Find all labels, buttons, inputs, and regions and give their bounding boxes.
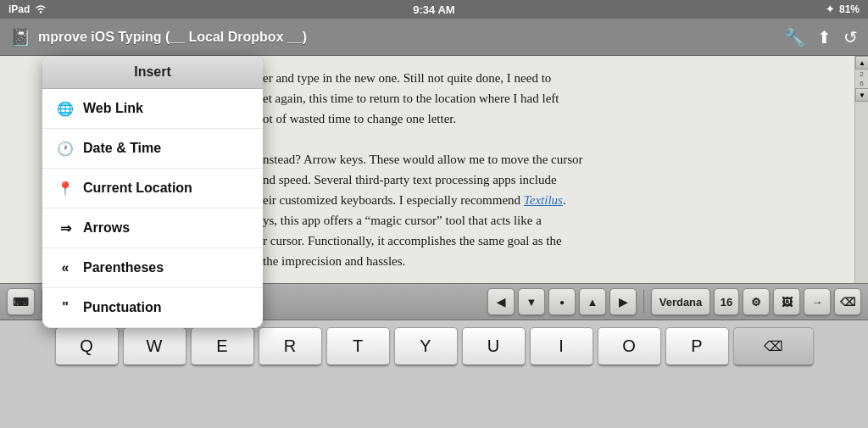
text-line7: eir customized keyboards. I especially r… (263, 190, 837, 210)
insert-dropdown: Insert 🌐 Web Link 🕐 Date & Time 📍 Curren… (42, 56, 263, 328)
cursor-controls: ◀ ▼ ● ▲ ▶ (487, 288, 637, 315)
image-icon: 🖼 (782, 296, 793, 308)
text-line9: r cursor. Functionally, it accomplishes … (263, 231, 837, 251)
text-line1: er and type in the new one. Still not qu… (263, 68, 837, 88)
svg-point-0 (40, 11, 42, 13)
location-label: Current Location (83, 181, 192, 196)
status-bar: iPad 9:34 AM ✦ 81% (0, 0, 868, 19)
keyboard: Q W E R T Y U I O P ⌫ (0, 320, 868, 428)
notebook-icon: 📓 (10, 27, 31, 47)
key-p[interactable]: P (665, 327, 729, 366)
key-delete[interactable]: ⌫ (733, 327, 814, 366)
insert-parentheses[interactable]: « Parentheses (42, 248, 263, 288)
keyboard-button[interactable]: ⌨ (7, 288, 35, 315)
keyboard-icon: ⌨ (13, 296, 29, 308)
scrollbar[interactable]: ▲ 2 6 ▼ (854, 56, 868, 283)
delete-button[interactable]: ⌫ (834, 288, 861, 315)
keyboard-row1: Q W E R T Y U I O P ⌫ (5, 327, 863, 366)
insert-menu-title: Insert (42, 56, 263, 89)
ipad-label: iPad (8, 3, 30, 15)
key-e[interactable]: E (191, 327, 254, 366)
arrows-icon: ⇒ (56, 219, 75, 237)
toolbar-sep2 (643, 290, 644, 314)
key-o[interactable]: O (598, 327, 661, 366)
arrows-label: Arrows (83, 220, 130, 236)
wifi-icon (34, 3, 47, 16)
key-w[interactable]: W (123, 327, 186, 366)
parentheses-label: Parentheses (83, 260, 164, 275)
document-title: mprove iOS Typing (__ Local Dropbox __) (38, 30, 307, 45)
center-dot-button[interactable]: ● (548, 288, 576, 315)
insert-location[interactable]: 📍 Current Location (42, 169, 263, 208)
key-i[interactable]: I (530, 327, 593, 366)
scroll-up-button[interactable]: ▲ (855, 56, 868, 69)
arrow-up-button[interactable]: ▲ (579, 288, 606, 315)
weblink-label: Web Link (83, 101, 143, 116)
text-line10: the imprecision and hassles. (263, 251, 837, 271)
title-bar: 📓 mprove iOS Typing (__ Local Dropbox __… (0, 19, 868, 56)
insert-arrow-button[interactable]: → (804, 288, 831, 315)
scroll-num2: 6 (855, 79, 868, 88)
punctuation-icon: " (56, 298, 75, 317)
font-name-button[interactable]: Verdana (651, 288, 710, 315)
parentheses-icon: « (56, 258, 75, 277)
status-left: iPad (8, 3, 47, 16)
datetime-label: Date & Time (83, 141, 161, 156)
document-text: er and type in the new one. Still not qu… (263, 68, 837, 271)
share-icon[interactable]: ⬆ (817, 27, 832, 47)
text-line6: nd speed. Several third-party text proce… (263, 170, 837, 190)
arrow-down-button[interactable]: ▼ (518, 288, 545, 315)
punctuation-label: Punctuation (83, 300, 161, 315)
battery-label: 81% (839, 3, 860, 15)
key-r[interactable]: R (259, 327, 322, 366)
title-bar-left: 📓 mprove iOS Typing (__ Local Dropbox __… (10, 27, 307, 47)
font-settings-button[interactable]: ⚙ (743, 288, 770, 315)
insert-arrows[interactable]: ⇒ Arrows (42, 208, 263, 248)
title-bar-right: 🔧 ⬆ ↺ (784, 27, 858, 47)
scroll-num1: 2 (855, 69, 868, 79)
insert-weblink[interactable]: 🌐 Web Link (42, 89, 263, 129)
status-time: 9:34 AM (413, 3, 454, 16)
key-q[interactable]: Q (55, 327, 119, 366)
text-line2: et again, this time to return to the loc… (263, 88, 837, 108)
textilus-link[interactable]: Textilus (524, 193, 563, 207)
weblink-icon: 🌐 (56, 99, 75, 118)
arrow-left-button[interactable]: ◀ (487, 288, 515, 315)
arrow-right-button[interactable]: ▶ (609, 288, 637, 315)
text-line5: nstead? Arrow keys. These would allow me… (263, 149, 837, 170)
key-u[interactable]: U (462, 327, 526, 366)
scroll-down-button[interactable]: ▼ (855, 88, 868, 102)
settings-icon[interactable]: 🔧 (784, 27, 805, 47)
key-t[interactable]: T (326, 327, 390, 366)
refresh-icon[interactable]: ↺ (843, 27, 858, 47)
bluetooth-icon: ✦ (826, 3, 834, 15)
datetime-icon: 🕐 (56, 139, 75, 158)
location-icon: 📍 (56, 179, 75, 197)
text-line8: ys, this app offers a “magic cursor” too… (263, 210, 837, 231)
insert-punctuation[interactable]: " Punctuation (42, 288, 263, 328)
status-right: ✦ 81% (826, 3, 860, 15)
insert-datetime[interactable]: 🕐 Date & Time (42, 129, 263, 169)
text-line3: ot of wasted time to change one letter. (263, 108, 837, 129)
key-y[interactable]: Y (394, 327, 458, 366)
font-size-button[interactable]: 16 (714, 288, 739, 315)
image-button[interactable]: 🖼 (773, 288, 800, 315)
